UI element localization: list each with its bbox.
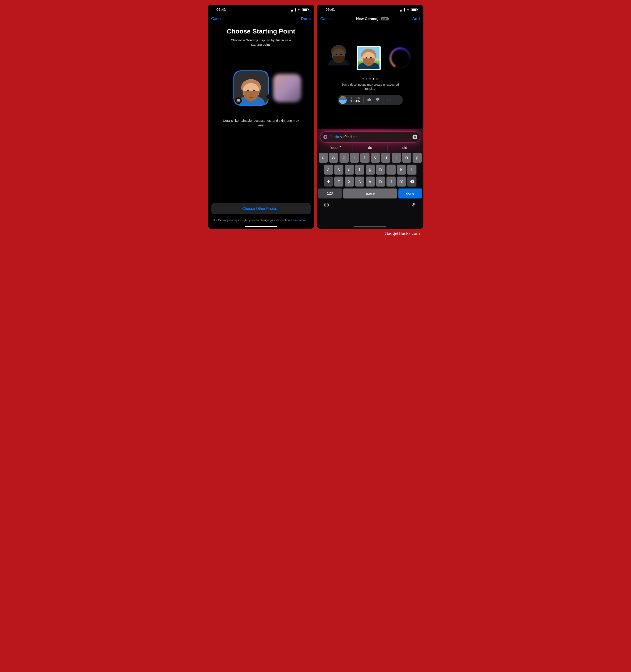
- prompt-text: Justin surfer dude: [330, 135, 410, 139]
- signal-icon: [401, 8, 405, 11]
- wifi-icon: [297, 8, 301, 11]
- suggestion[interactable]: "dude": [318, 145, 353, 151]
- done-key[interactable]: done: [398, 189, 422, 198]
- key-e[interactable]: e: [340, 152, 349, 163]
- key-b[interactable]: b: [376, 176, 385, 187]
- key-z[interactable]: z: [334, 176, 343, 187]
- delete-key[interactable]: [407, 176, 416, 187]
- page-dots[interactable]: [317, 78, 423, 79]
- variation-note: Details like hairstyle, accessories, and…: [222, 118, 300, 127]
- key-row-1: qwertyuiop: [318, 152, 422, 163]
- home-indicator[interactable]: [245, 226, 277, 227]
- page-title: Choose Starting Point: [208, 28, 314, 35]
- key-row-2: asdfghjkl: [318, 165, 422, 174]
- add-button[interactable]: Add: [412, 17, 420, 21]
- key-y[interactable]: y: [371, 152, 380, 163]
- signal-icon: [291, 8, 296, 11]
- key-g[interactable]: g: [366, 165, 375, 174]
- key-m[interactable]: m: [397, 176, 406, 187]
- key-u[interactable]: u: [381, 152, 390, 163]
- navbar: Cancel Done: [208, 15, 314, 25]
- key-w[interactable]: w: [329, 152, 338, 163]
- learn-more-link[interactable]: Learn more…: [291, 218, 309, 222]
- key-s[interactable]: s: [334, 165, 343, 174]
- more-button[interactable]: [386, 99, 392, 101]
- key-l[interactable]: l: [407, 165, 416, 174]
- battery-icon: [411, 8, 417, 11]
- keyboard-area: Justin surfer dude ✕ "dude" do did qwert…: [317, 129, 423, 229]
- status-time: 09:41: [217, 8, 226, 12]
- space-key[interactable]: space: [343, 189, 397, 198]
- key-f[interactable]: f: [355, 165, 364, 174]
- person-chip[interactable]: [339, 96, 347, 104]
- keyboard-suggestions: "dude" do did: [318, 145, 422, 151]
- globe-key[interactable]: [324, 202, 329, 209]
- phone-left: 09:41 Cancel Done Choose Starting Point …: [208, 5, 314, 229]
- wifi-icon: [406, 8, 410, 11]
- prompt-input[interactable]: Justin surfer dude ✕: [320, 132, 420, 142]
- carousel-item-current[interactable]: [357, 46, 381, 70]
- key-n[interactable]: n: [386, 176, 395, 187]
- key-q[interactable]: q: [319, 152, 328, 163]
- watermark: GadgetHacks.com: [208, 229, 423, 238]
- phone-right: 09:41 Cancel New Genmoji BETA Add: [317, 5, 423, 229]
- key-o[interactable]: o: [402, 152, 411, 163]
- suggestion[interactable]: do: [353, 145, 387, 151]
- key-row-3: zxcvbnm: [318, 176, 422, 187]
- key-r[interactable]: r: [350, 152, 359, 163]
- key-v[interactable]: v: [366, 176, 375, 187]
- clear-input-button[interactable]: ✕: [413, 135, 417, 139]
- keyboard: qwertyuiop asdfghjkl zxcvbnm 123 space d…: [317, 152, 423, 211]
- done-button[interactable]: Done: [301, 17, 311, 21]
- key-p[interactable]: p: [413, 152, 422, 163]
- carousel-item-loading: [389, 47, 411, 69]
- status-icons: [291, 8, 308, 11]
- cancel-button[interactable]: Cancel: [320, 17, 333, 21]
- key-x[interactable]: x: [345, 176, 354, 187]
- source-photo-badge: [235, 97, 242, 104]
- key-j[interactable]: j: [386, 165, 395, 174]
- thumbs-down-button[interactable]: [375, 97, 380, 103]
- key-a[interactable]: a: [324, 165, 333, 174]
- key-d[interactable]: d: [345, 165, 354, 174]
- page-subtitle: Choose a Genmoji inspired by Justin as a…: [226, 38, 296, 47]
- mic-key[interactable]: [411, 202, 417, 209]
- source-photo-badge: [266, 94, 271, 99]
- status-icons: [401, 8, 417, 11]
- key-c[interactable]: c: [355, 176, 364, 187]
- status-bar: 09:41: [317, 5, 423, 15]
- suggestion[interactable]: did: [387, 145, 422, 151]
- person-pill: PERSON JUSTIN: [338, 95, 403, 105]
- key-h[interactable]: h: [376, 165, 385, 174]
- results-warning: Some descriptions may create unexpected …: [341, 82, 399, 91]
- numbers-key[interactable]: 123: [318, 189, 342, 198]
- home-indicator[interactable]: [354, 226, 386, 227]
- thumbs-up-button[interactable]: [367, 97, 372, 103]
- shift-key[interactable]: [324, 176, 333, 187]
- nav-title: New Genmoji BETA: [356, 17, 389, 21]
- battery-icon: [302, 8, 308, 11]
- key-k[interactable]: k: [397, 165, 406, 174]
- apple-intelligence-icon: [323, 135, 328, 139]
- person-label: PERSON JUSTIN: [350, 97, 361, 103]
- key-t[interactable]: t: [360, 152, 369, 163]
- starting-point-card-next[interactable]: [273, 74, 301, 102]
- starting-point-gallery: [208, 71, 314, 105]
- genmoji-carousel[interactable]: [317, 43, 423, 73]
- footnote: If a Genmoji isn't quite right, you can …: [211, 218, 311, 222]
- status-time: 09:41: [325, 8, 335, 12]
- starting-point-card-selected[interactable]: [234, 71, 268, 105]
- choose-other-photo-button[interactable]: Choose Other Photo…: [211, 203, 311, 214]
- carousel-item-prev[interactable]: [329, 45, 348, 71]
- cancel-button[interactable]: Cancel: [211, 17, 223, 21]
- navbar: Cancel New Genmoji BETA Add: [317, 15, 423, 25]
- key-i[interactable]: i: [392, 152, 401, 163]
- status-bar: 09:41: [208, 5, 314, 15]
- beta-badge: BETA: [381, 17, 389, 20]
